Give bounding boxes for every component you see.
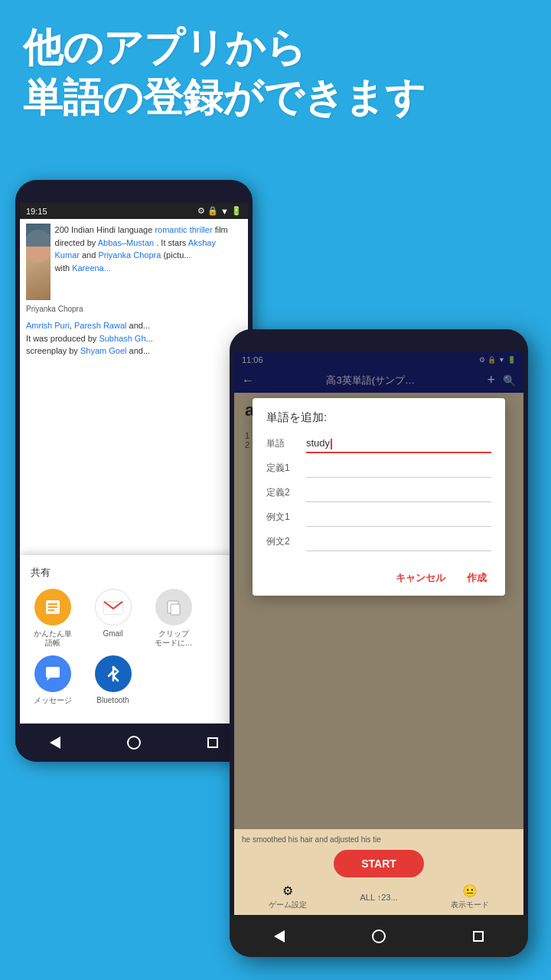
back-button[interactable] [46,733,64,752]
time-display: 19:15 [26,207,47,216]
battery-icon: 🔋 [231,206,242,216]
bottom-controls: ⚙ ゲーム設定 ALL ↑23... 😐 表示モード [242,884,516,910]
phone-back-content: 200 Indian Hindi language romantic thril… [20,219,248,410]
home-button[interactable] [125,733,143,752]
dialog-field-ex2[interactable]: 例文2 [266,534,491,551]
share-icons-row[interactable]: かんたん単語帳 Gmail クリップモードに… [28,589,240,648]
share-icons-row2[interactable]: メッセージ Bluetooth [28,655,240,705]
all-count: ALL ↑23... [360,893,397,902]
front-recent-button[interactable] [469,927,487,946]
dialog-field-word[interactable]: 単語 study [266,436,491,453]
dialog-actions: キャンセル 作成 [266,562,491,588]
bottom-verse-text: he smoothed his hair and adjusted his ti… [242,835,516,844]
ex2-input[interactable] [306,534,491,551]
phone-back-navbar [15,724,253,762]
share-item-clipboard[interactable]: クリップモードに… [148,589,198,648]
dialog-field-def2[interactable]: 定義2 [266,485,491,502]
svg-rect-2 [48,606,57,608]
settings-label: ゲーム設定 [269,900,307,910]
start-button[interactable]: START [334,850,424,877]
svg-rect-3 [48,609,54,611]
tango-icon[interactable] [34,589,71,626]
phone-front-navbar [230,915,528,957]
def1-input[interactable] [306,461,491,478]
wifi-icon: ▼ [220,207,229,216]
phone-back: 19:15 ⚙ 🔒 ▼ 🔋 200 Indian Hindi language … [15,180,253,762]
display-mode-item[interactable]: 😐 表示モード [451,884,489,910]
message-icon[interactable] [34,655,71,692]
cancel-button[interactable]: キャンセル [391,568,450,588]
person-name-label: Priyanka Chopra [26,303,242,315]
share-item-tango[interactable]: かんたん単語帳 [28,589,77,648]
bluetooth-label: Bluetooth [96,696,129,705]
phone-front: 11:06 ⚙ 🔒 ▼ 🔋 ← 高3英単語(サンプ… + 🔍 acknowled… [230,329,528,957]
share-item-bluetooth[interactable]: Bluetooth [88,655,138,705]
header-line1: 他のアプリから [23,23,528,73]
svg-rect-1 [48,603,57,605]
recent-button[interactable] [204,733,222,752]
share-title: 共有 [28,566,240,580]
header-text: 他のアプリから 単語の登録ができます [23,23,528,122]
dialog-title: 単語を追加: [266,410,491,425]
article-text: 200 Indian Hindi language romantic thril… [55,224,242,300]
article-bottom: Amrish Puri, Paresh Rawal and... It was … [26,319,242,358]
create-button[interactable]: 作成 [462,568,491,588]
dialog-field-ex1[interactable]: 例文1 [266,510,491,527]
front-home-button[interactable] [370,927,388,946]
lock-icon: 🔒 [207,206,218,216]
phone-back-screen: 19:15 ⚙ 🔒 ▼ 🔋 200 Indian Hindi language … [20,203,248,724]
word-input[interactable]: study [306,436,491,453]
header-line2: 単語の登録ができます [23,73,528,122]
clipboard-icon[interactable] [155,589,192,626]
svg-rect-6 [171,604,180,615]
phone-back-statusbar: 19:15 ⚙ 🔒 ▼ 🔋 [20,203,248,219]
share-item-gmail[interactable]: Gmail [88,589,138,648]
bluetooth-icon[interactable] [95,655,132,692]
dialog-field-def1[interactable]: 定義1 [266,461,491,478]
share-item-message[interactable]: メッセージ [28,655,77,705]
def2-input[interactable] [306,485,491,502]
phone-front-bottom: he smoothed his hair and adjusted his ti… [234,829,523,915]
game-settings-item[interactable]: ⚙ ゲーム設定 [269,884,307,910]
front-back-button[interactable] [270,927,289,946]
share-sheet: 共有 かんたん単語帳 Gmail [20,555,248,724]
ex1-input[interactable] [306,510,491,527]
mode-label: 表示モード [451,900,489,910]
dialog-box: 単語を追加: 単語 study 定義1 定義2 [253,398,505,596]
settings-icon: ⚙ [197,206,205,216]
text-cursor [331,439,332,449]
gmail-icon[interactable] [95,589,132,626]
person-photo [26,224,51,300]
status-icons: ⚙ 🔒 ▼ 🔋 [197,206,242,216]
